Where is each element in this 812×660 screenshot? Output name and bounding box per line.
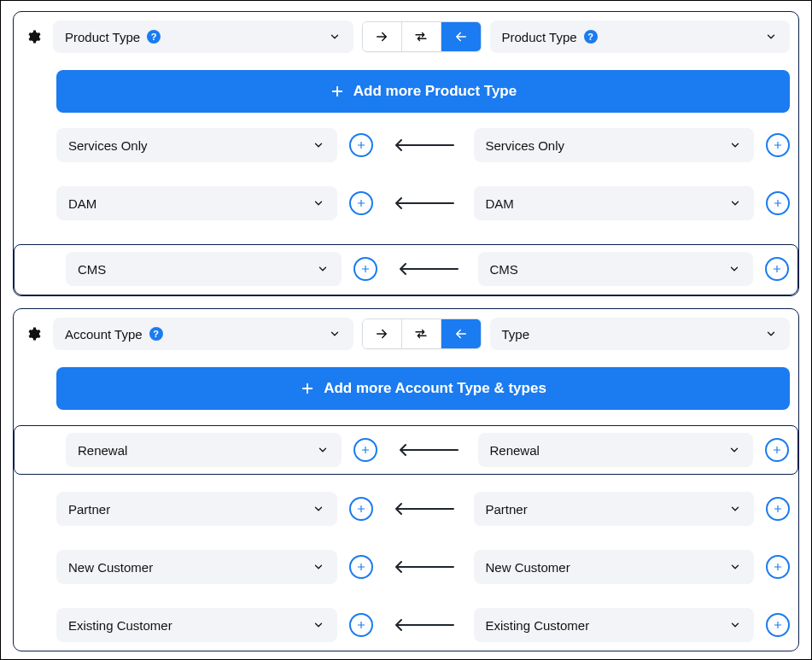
arrow-left-icon — [389, 261, 466, 277]
add-right-button[interactable] — [765, 438, 789, 462]
help-icon[interactable]: ? — [584, 30, 598, 44]
add-right-button[interactable] — [766, 613, 790, 637]
chevron-down-icon — [764, 327, 778, 341]
add-left-button[interactable] — [349, 133, 373, 157]
mapping-panel-account-type: Account Type ? — [13, 308, 799, 651]
chevron-down-icon — [312, 618, 325, 632]
right-value-label: Services Only — [486, 138, 565, 153]
gear-icon[interactable] — [22, 326, 44, 342]
add-more-button[interactable]: Add more Product Type — [56, 70, 790, 113]
chevron-down-icon — [312, 196, 325, 210]
right-field-dropdown[interactable]: Product Type ? — [490, 20, 791, 53]
arrow-left-icon — [385, 501, 462, 517]
right-value-label: Partner — [486, 502, 528, 517]
left-field-label: Product Type — [65, 30, 140, 44]
add-left-button[interactable] — [349, 191, 373, 215]
mapping-panel-product-type: Product Type ? — [13, 11, 799, 296]
left-value-dropdown[interactable]: CMS — [66, 252, 342, 286]
help-icon[interactable]: ? — [149, 327, 163, 341]
right-value-dropdown[interactable]: Existing Customer — [474, 608, 755, 642]
left-value-dropdown[interactable]: Services Only — [56, 128, 337, 162]
chevron-down-icon — [728, 560, 742, 574]
left-value-label: New Customer — [68, 560, 153, 575]
direction-left-button[interactable] — [441, 22, 481, 51]
add-right-button[interactable] — [766, 191, 790, 215]
chevron-down-icon — [312, 138, 325, 152]
right-value-dropdown[interactable]: Partner — [474, 492, 755, 526]
add-right-button[interactable] — [766, 497, 790, 521]
mapping-row-selected: Renewal Renewal — [14, 425, 798, 475]
left-value-label: Partner — [68, 502, 110, 517]
left-value-label: Existing Customer — [68, 618, 172, 633]
direction-right-button[interactable] — [363, 22, 402, 51]
panel-header: Product Type ? — [22, 20, 790, 53]
right-field-dropdown[interactable]: Type — [490, 318, 791, 350]
direction-left-button[interactable] — [441, 319, 481, 348]
arrow-left-icon — [385, 137, 462, 153]
gear-icon[interactable] — [22, 29, 44, 44]
add-right-button[interactable] — [766, 555, 790, 579]
right-value-label: DAM — [486, 196, 514, 211]
add-left-button[interactable] — [353, 438, 377, 462]
direction-both-button[interactable] — [402, 22, 441, 51]
arrow-left-icon — [385, 617, 462, 633]
direction-toggle — [362, 21, 482, 52]
mapping-row: New Customer New Customer — [56, 550, 790, 584]
right-value-dropdown[interactable]: CMS — [478, 252, 754, 286]
right-value-dropdown[interactable]: Services Only — [474, 128, 755, 162]
right-value-label: CMS — [490, 262, 518, 277]
right-field-label: Product Type — [502, 30, 577, 44]
left-field-label: Account Type — [65, 327, 143, 342]
direction-right-button[interactable] — [363, 319, 402, 348]
arrow-left-icon — [389, 442, 466, 458]
left-value-dropdown[interactable]: DAM — [56, 186, 337, 220]
direction-both-button[interactable] — [402, 319, 441, 348]
chevron-down-icon — [728, 618, 742, 632]
chevron-down-icon — [727, 443, 741, 457]
chevron-down-icon — [727, 262, 741, 276]
mapping-row: Services Only Services Only — [56, 128, 790, 162]
right-value-label: Renewal — [490, 443, 540, 458]
right-value-dropdown[interactable]: Renewal — [478, 433, 754, 467]
chevron-down-icon — [764, 30, 778, 44]
mapping-editor: Product Type ? — [0, 0, 812, 660]
arrow-left-icon — [385, 196, 462, 211]
left-value-dropdown[interactable]: Partner — [56, 492, 337, 526]
help-icon[interactable]: ? — [147, 30, 161, 44]
left-value-label: DAM — [68, 196, 96, 211]
direction-toggle — [362, 318, 482, 349]
left-field-dropdown[interactable]: Account Type ? — [53, 318, 353, 350]
right-field-label: Type — [502, 327, 530, 342]
add-left-button[interactable] — [349, 497, 373, 521]
add-more-label: Add more Account Type & types — [324, 380, 546, 397]
mapping-row-selected: CMS CMS — [14, 244, 798, 295]
mapping-row: DAM DAM — [56, 186, 790, 220]
right-value-dropdown[interactable]: DAM — [474, 186, 755, 220]
chevron-down-icon — [728, 138, 742, 152]
add-more-button[interactable]: Add more Account Type & types — [56, 367, 790, 410]
arrow-left-icon — [385, 559, 462, 575]
mapping-row: Partner Partner — [56, 492, 790, 526]
left-value-label: Services Only — [68, 138, 148, 153]
left-value-dropdown[interactable]: New Customer — [56, 550, 337, 584]
panel-header: Account Type ? — [22, 318, 790, 350]
add-right-button[interactable] — [766, 133, 790, 157]
add-left-button[interactable] — [349, 555, 373, 579]
left-value-dropdown[interactable]: Renewal — [66, 433, 342, 467]
add-left-button[interactable] — [349, 613, 373, 637]
chevron-down-icon — [328, 30, 342, 44]
add-left-button[interactable] — [353, 257, 377, 281]
add-more-label: Add more Product Type — [353, 83, 517, 100]
chevron-down-icon — [316, 262, 330, 276]
chevron-down-icon — [316, 443, 330, 457]
chevron-down-icon — [728, 502, 742, 516]
left-field-dropdown[interactable]: Product Type ? — [53, 20, 353, 53]
add-right-button[interactable] — [765, 257, 789, 281]
left-value-dropdown[interactable]: Existing Customer — [56, 608, 337, 642]
chevron-down-icon — [312, 560, 325, 574]
right-value-label: Existing Customer — [486, 618, 590, 633]
chevron-down-icon — [328, 327, 342, 341]
mapping-row: Existing Customer Existing Customer — [56, 608, 790, 642]
chevron-down-icon — [728, 196, 742, 210]
right-value-dropdown[interactable]: New Customer — [474, 550, 755, 584]
